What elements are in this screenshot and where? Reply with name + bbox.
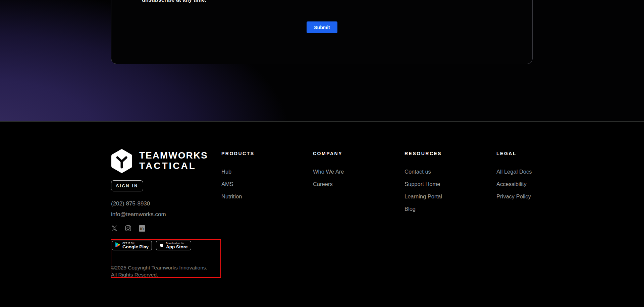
footer-link-ams[interactable]: AMS: [221, 181, 305, 187]
newsletter-card: unsubscribe at any time. Submit: [111, 0, 533, 64]
column-heading-products: PRODUCTS: [221, 151, 305, 156]
footer-column-legal: LEGAL All Legal Docs Accessibility Priva…: [496, 151, 580, 199]
brand-name-line2: TACTICAL: [139, 161, 208, 171]
column-heading-resources: RESOURCES: [405, 151, 488, 156]
google-play-badge[interactable]: GET IT ON Google Play: [112, 241, 152, 250]
copyright-notice: ©2025 Copyright Teamworks Innovations. A…: [111, 264, 207, 278]
footer-link-all-legal-docs[interactable]: All Legal Docs: [496, 169, 580, 175]
google-play-triangle-icon: [115, 242, 120, 249]
sign-in-button[interactable]: SIGN IN: [111, 180, 143, 191]
column-heading-legal: LEGAL: [496, 151, 580, 156]
page: unsubscribe at any time. Submit TEAMWORK…: [0, 0, 644, 307]
footer-link-careers[interactable]: Careers: [313, 181, 397, 187]
linkedin-icon[interactable]: in: [139, 225, 145, 232]
column-heading-company: COMPANY: [313, 151, 397, 156]
copyright-line2: All Rights Reserved.: [111, 271, 207, 278]
footer-column-products: PRODUCTS Hub AMS Nutrition: [221, 151, 305, 199]
copyright-line1: ©2025 Copyright Teamworks Innovations.: [111, 264, 207, 271]
footer-link-support-home[interactable]: Support Home: [405, 181, 488, 187]
submit-button[interactable]: Submit: [307, 21, 337, 33]
brand-logo[interactable]: TEAMWORKS TACTICAL: [111, 149, 208, 175]
app-badges: GET IT ON Google Play Download on the Ap…: [112, 241, 191, 250]
instagram-icon[interactable]: [125, 225, 131, 232]
footer-link-who-we-are[interactable]: Who We Are: [313, 169, 397, 175]
app-store-label: App Store: [166, 245, 188, 249]
footer-column-company: COMPANY Who We Are Careers: [313, 151, 397, 187]
newsletter-disclaimer: unsubscribe at any time.: [142, 0, 206, 3]
google-play-label: Google Play: [122, 245, 149, 249]
footer-link-hub[interactable]: Hub: [221, 169, 305, 175]
x-twitter-icon[interactable]: [111, 225, 118, 232]
footer-link-privacy-policy[interactable]: Privacy Policy: [496, 193, 580, 199]
apple-logo-icon: [159, 242, 164, 249]
footer-link-blog[interactable]: Blog: [405, 206, 488, 212]
app-store-badge[interactable]: Download on the App Store: [156, 241, 191, 250]
footer-column-resources: RESOURCES Contact us Support Home Learni…: [405, 151, 488, 212]
footer: TEAMWORKS TACTICAL SIGN IN (202) 875-893…: [0, 122, 644, 307]
footer-link-accessibility[interactable]: Accessibility: [496, 181, 580, 187]
teamworks-hexagon-logo-icon: [111, 149, 133, 175]
footer-link-nutrition[interactable]: Nutrition: [221, 193, 305, 199]
brand-wordmark: TEAMWORKS TACTICAL: [139, 149, 208, 175]
email-address[interactable]: info@teamworks.com: [111, 211, 166, 218]
footer-link-learning-portal[interactable]: Learning Portal: [405, 193, 488, 199]
hero-section: unsubscribe at any time. Submit: [0, 0, 644, 122]
phone-number[interactable]: (202) 875-8930: [111, 200, 150, 207]
footer-link-contact-us[interactable]: Contact us: [405, 169, 488, 175]
social-links: in: [111, 225, 145, 232]
brand-name-line1: TEAMWORKS: [139, 150, 208, 161]
